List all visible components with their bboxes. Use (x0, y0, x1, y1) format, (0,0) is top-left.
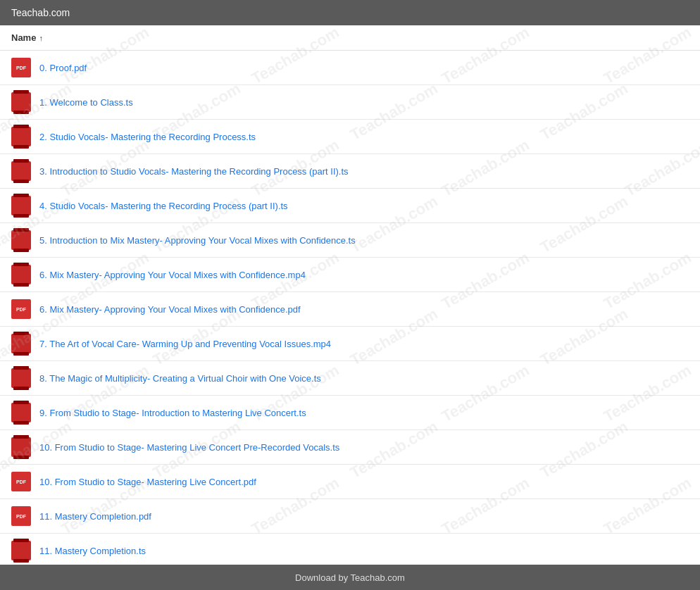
list-item[interactable]: PDF 0. Proof.pdf (0, 51, 700, 85)
pdf-icon: PDF (11, 506, 31, 526)
list-item[interactable]: 4. Studio Vocals- Mastering the Recordin… (0, 189, 700, 223)
file-name[interactable]: 11. Mastery Completion.pdf (39, 511, 151, 522)
file-list: PDF 0. Proof.pdf 1. Welcome to Class.ts … (0, 51, 700, 568)
video-icon (11, 368, 31, 388)
pdf-icon: PDF (11, 58, 31, 77)
file-name[interactable]: 11. Mastery Completion.ts (39, 546, 146, 556)
video-icon (11, 161, 31, 181)
file-name[interactable]: 1. Welcome to Class.ts (39, 97, 133, 108)
list-item[interactable]: 2. Studio Vocals- Mastering the Recordin… (0, 120, 700, 154)
footer-text: Download by Teachab.com (295, 572, 405, 583)
video-icon (11, 334, 31, 353)
file-name[interactable]: 6. Mix Mastery- Approving Your Vocal Mix… (39, 304, 301, 315)
list-item[interactable]: 1. Welcome to Class.ts (0, 85, 700, 120)
list-item[interactable]: 10. From Studio to Stage- Mastering Live… (0, 430, 700, 465)
list-item[interactable]: 3. Introduction to Studio Vocals- Master… (0, 154, 700, 189)
sort-arrow-icon[interactable]: ↑ (39, 34, 43, 42)
file-name[interactable]: 3. Introduction to Studio Vocals- Master… (39, 166, 349, 177)
file-name[interactable]: 9. From Studio to Stage- Introduction to… (39, 408, 306, 418)
list-item[interactable]: PDF 10. From Studio to Stage- Mastering … (0, 465, 700, 499)
video-icon (11, 265, 31, 284)
video-icon (11, 541, 31, 560)
list-item[interactable]: PDF 11. Mastery Completion.pdf (0, 499, 700, 534)
file-name[interactable]: 10. From Studio to Stage- Mastering Live… (39, 442, 339, 453)
footer-bar: Download by Teachab.com (0, 565, 700, 590)
file-name[interactable]: 2. Studio Vocals- Mastering the Recordin… (39, 132, 256, 142)
file-name[interactable]: 8. The Magic of Multiplicity- Creating a… (39, 373, 321, 384)
top-bar-title: Teachab.com (11, 7, 70, 18)
video-icon (11, 230, 31, 250)
pdf-icon: PDF (11, 299, 31, 319)
video-icon (11, 437, 31, 457)
file-name[interactable]: 6. Mix Mastery- Approving Your Vocal Mix… (39, 270, 306, 280)
list-item[interactable]: 6. Mix Mastery- Approving Your Vocal Mix… (0, 258, 700, 292)
file-name[interactable]: 0. Proof.pdf (39, 63, 87, 73)
top-bar: Teachab.com (0, 0, 700, 25)
file-name[interactable]: 4. Studio Vocals- Mastering the Recordin… (39, 201, 288, 211)
video-icon (11, 127, 31, 146)
list-item[interactable]: 8. The Magic of Multiplicity- Creating a… (0, 361, 700, 396)
header-row: Name ↑ (0, 25, 700, 51)
video-icon (11, 403, 31, 422)
list-item[interactable]: 11. Mastery Completion.ts (0, 534, 700, 568)
video-icon (11, 196, 31, 215)
file-name[interactable]: 7. The Art of Vocal Care- Warming Up and… (39, 339, 331, 349)
file-name[interactable]: 5. Introduction to Mix Mastery- Approvin… (39, 235, 356, 246)
video-icon (11, 92, 31, 112)
file-name[interactable]: 10. From Studio to Stage- Mastering Live… (39, 477, 256, 487)
list-item[interactable]: 5. Introduction to Mix Mastery- Approvin… (0, 223, 700, 258)
list-item[interactable]: 7. The Art of Vocal Care- Warming Up and… (0, 327, 700, 361)
column-name-header[interactable]: Name ↑ (11, 32, 43, 43)
list-item[interactable]: 9. From Studio to Stage- Introduction to… (0, 396, 700, 430)
pdf-icon: PDF (11, 472, 31, 491)
list-item[interactable]: PDF 6. Mix Mastery- Approving Your Vocal… (0, 292, 700, 327)
